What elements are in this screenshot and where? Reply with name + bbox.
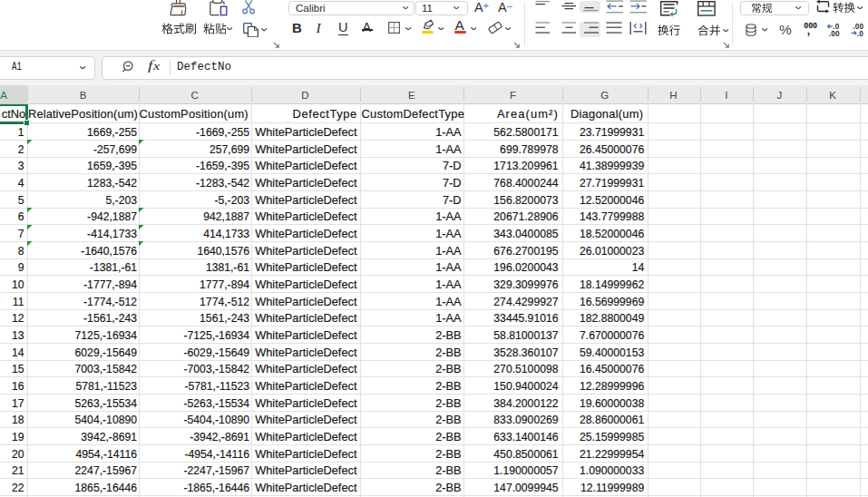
svg-text:.0: .0	[856, 30, 863, 36]
svg-text:.00: .00	[829, 30, 840, 36]
